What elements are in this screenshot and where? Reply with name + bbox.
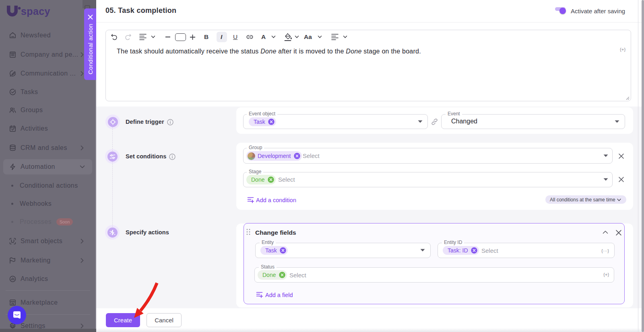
svg-text:spacy: spacy	[21, 6, 50, 17]
